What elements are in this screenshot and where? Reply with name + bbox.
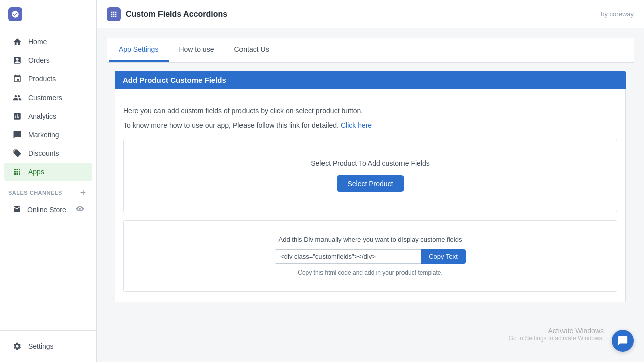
sidebar-item-apps-label: Apps xyxy=(28,168,44,176)
windows-activate: Activate Windows Go to Settings to activ… xyxy=(509,327,604,342)
sidebar-nav: Home Orders Products Customers xyxy=(0,28,96,330)
app-title: Custom Fields Accordions xyxy=(126,10,227,19)
sidebar-item-home-label: Home xyxy=(28,38,47,46)
code-input-row: Copy Text xyxy=(134,249,607,264)
content-area: App Settings How to use Contact Us Add P… xyxy=(97,28,644,362)
code-hint: Copy this html code and add in your prod… xyxy=(134,269,607,276)
sidebar-item-home[interactable]: Home xyxy=(4,33,92,51)
windows-activate-sub: Go to Settings to activate Windows. xyxy=(509,335,604,342)
sidebar-item-orders[interactable]: Orders xyxy=(4,51,92,69)
tabs-wrapper: App Settings How to use Contact Us xyxy=(107,38,634,63)
sales-channels-header: SALES CHANNELS + xyxy=(0,182,96,200)
topbar-title-area: Custom Fields Accordions xyxy=(107,7,227,21)
select-product-button[interactable]: Select Product xyxy=(337,175,403,192)
sales-channels-label: SALES CHANNELS xyxy=(8,190,62,196)
select-product-box: Select Product To Add custome Fields Sel… xyxy=(123,139,617,212)
tab-how-to-use[interactable]: How to use xyxy=(169,38,224,62)
tab-contact-us[interactable]: Contact Us xyxy=(224,38,279,62)
sidebar-item-online-store[interactable]: Online Store xyxy=(4,200,92,219)
div-heading: Add this Div manually where you want to … xyxy=(134,236,607,243)
sidebar-item-analytics-label: Analytics xyxy=(28,112,56,120)
windows-activate-title: Activate Windows xyxy=(509,327,604,335)
section-bar-title: Add Product Custome Fields xyxy=(123,76,226,84)
sidebar-footer: Settings xyxy=(0,330,96,362)
analytics-icon xyxy=(12,111,22,121)
discounts-icon xyxy=(12,148,22,158)
orders-icon xyxy=(12,55,22,65)
topbar: Custom Fields Accordions by coreway xyxy=(97,0,644,28)
online-store-icon xyxy=(12,204,21,215)
sidebar-item-marketing-label: Marketing xyxy=(28,131,59,139)
settings-icon xyxy=(12,341,22,351)
eye-icon xyxy=(76,205,84,214)
customers-icon xyxy=(12,93,22,103)
sidebar-item-discounts-label: Discounts xyxy=(28,149,59,157)
sidebar-item-discounts[interactable]: Discounts xyxy=(4,144,92,162)
marketing-icon xyxy=(12,130,22,140)
tab-app-settings[interactable]: App Settings xyxy=(109,38,169,62)
apps-icon xyxy=(12,167,22,177)
info-section: Here you can add custom fields of produc… xyxy=(123,98,617,139)
info-line1: Here you can add custom fields of produc… xyxy=(123,106,617,116)
info-line2-prefix: To know more how to use our app, Please … xyxy=(123,121,339,129)
sidebar-item-analytics[interactable]: Analytics xyxy=(4,107,92,125)
tabs: App Settings How to use Contact Us xyxy=(107,38,634,62)
chat-bubble-button[interactable] xyxy=(612,330,634,352)
info-line2: To know more how to use our app, Please … xyxy=(123,120,617,131)
online-store-label: Online Store xyxy=(27,206,70,214)
main-area: Custom Fields Accordions by coreway App … xyxy=(97,0,644,362)
sidebar-item-products[interactable]: Products xyxy=(4,70,92,88)
sidebar: Home Orders Products Customers xyxy=(0,0,97,362)
main-card: Add Product Custome Fields Here you can … xyxy=(115,71,626,302)
app-icon xyxy=(107,7,121,21)
sidebar-item-settings[interactable]: Settings xyxy=(4,337,92,355)
copy-text-button[interactable]: Copy Text xyxy=(421,249,466,264)
products-icon xyxy=(12,74,22,84)
div-code-box: Add this Div manually where you want to … xyxy=(123,220,617,292)
sidebar-item-marketing[interactable]: Marketing xyxy=(4,126,92,144)
sidebar-item-apps[interactable]: Apps xyxy=(4,163,92,181)
home-icon xyxy=(12,37,22,47)
select-product-heading: Select Product To Add custome Fields xyxy=(134,159,607,167)
add-sales-channel-button[interactable]: + xyxy=(78,188,88,198)
logo-icon xyxy=(8,7,22,21)
sidebar-item-products-label: Products xyxy=(28,75,56,83)
code-input-field[interactable] xyxy=(275,249,421,264)
section-bar: Add Product Custome Fields xyxy=(115,71,626,89)
sidebar-item-orders-label: Orders xyxy=(28,56,50,64)
click-here-link[interactable]: Click here xyxy=(341,121,372,129)
sidebar-item-settings-label: Settings xyxy=(28,342,54,350)
sidebar-item-customers-label: Customers xyxy=(28,94,62,102)
sidebar-item-customers[interactable]: Customers xyxy=(4,88,92,107)
topbar-by: by coreway xyxy=(601,10,634,18)
sidebar-logo xyxy=(0,0,96,28)
